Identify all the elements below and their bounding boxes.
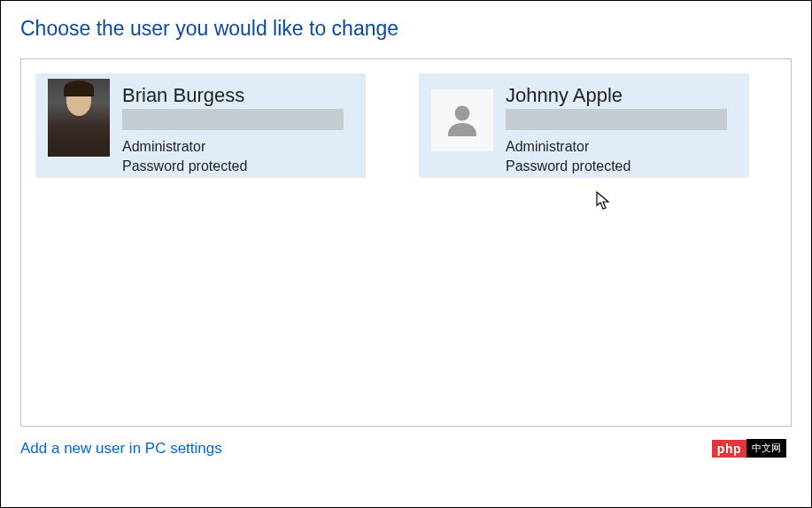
user-status: Password protected [122, 157, 353, 176]
page-title: Choose the user you would like to change [20, 17, 792, 41]
users-row: Brian Burgess Administrator Password pro… [35, 73, 777, 178]
users-panel: Brian Burgess Administrator Password pro… [20, 58, 792, 427]
redacted-email [122, 109, 344, 130]
svg-point-0 [455, 106, 470, 121]
watermark-cn: 中文网 [746, 439, 786, 458]
user-role: Administrator [506, 137, 737, 157]
user-info: Johnny Apple Administrator Password prot… [506, 84, 737, 177]
user-name: Johnny Apple [506, 84, 737, 107]
user-tile-brian-burgess[interactable]: Brian Burgess Administrator Password pro… [35, 73, 366, 178]
bottom-row: Add a new user in PC settings php 中文网 [20, 439, 792, 458]
watermark-php: php [712, 440, 746, 458]
avatar [431, 89, 493, 151]
user-role: Administrator [122, 137, 353, 157]
watermark: php 中文网 [712, 439, 786, 458]
user-tile-johnny-apple[interactable]: Johnny Apple Administrator Password prot… [419, 73, 749, 178]
avatar [48, 89, 110, 151]
user-status: Password protected [506, 157, 737, 176]
avatar-placeholder-icon [431, 89, 493, 151]
avatar-photo [48, 79, 110, 157]
user-name: Brian Burgess [122, 84, 353, 107]
add-user-link[interactable]: Add a new user in PC settings [20, 440, 222, 458]
redacted-email [506, 109, 727, 130]
user-info: Brian Burgess Administrator Password pro… [122, 84, 353, 177]
